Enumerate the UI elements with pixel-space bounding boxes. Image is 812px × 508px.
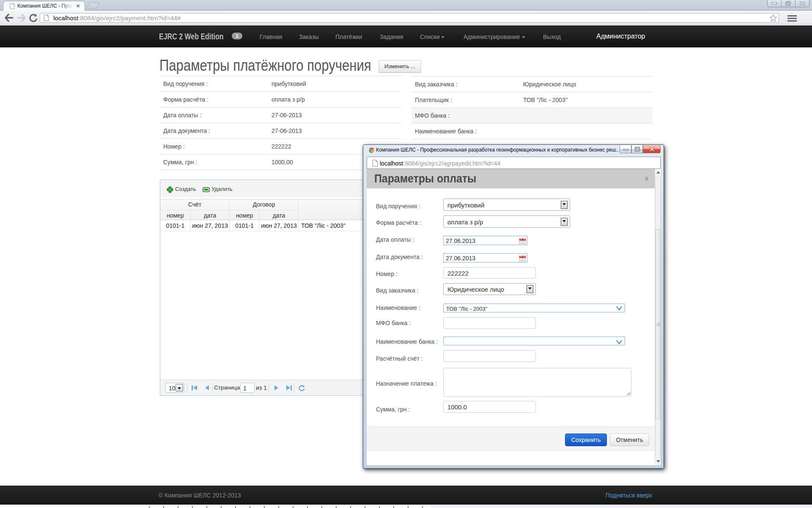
- svg-text:17: 17: [521, 258, 524, 261]
- svg-text:17: 17: [521, 240, 524, 243]
